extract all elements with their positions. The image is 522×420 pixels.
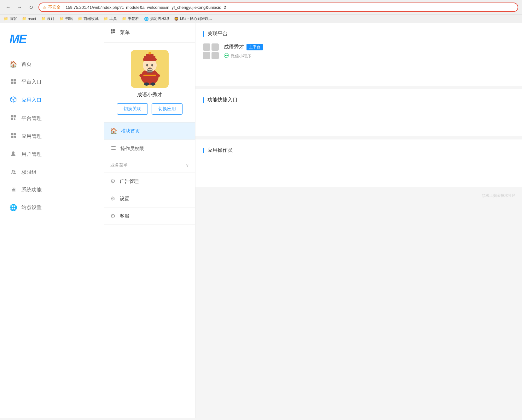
svg-rect-20 bbox=[111, 33, 113, 34]
operators-title: 应用操作员 bbox=[203, 147, 514, 154]
sidebar-item-system[interactable]: 🖥 系统功能 bbox=[0, 181, 104, 199]
menu-item-module-home[interactable]: 🏠 模块首页 bbox=[104, 122, 195, 140]
folder-icon: 📁 bbox=[22, 17, 26, 21]
svg-point-13 bbox=[12, 151, 14, 154]
svg-point-28 bbox=[146, 64, 148, 66]
folder-icon: 📁 bbox=[4, 17, 8, 21]
svg-point-31 bbox=[147, 70, 153, 73]
menu-items: 🏠 模块首页 操作员权限 业务菜单 ∨ bbox=[104, 122, 195, 225]
svg-rect-6 bbox=[11, 118, 13, 120]
svg-point-12 bbox=[14, 137, 15, 138]
bookmark-label: react bbox=[28, 17, 36, 21]
bookmark-前端收藏[interactable]: 📁 前端收藏 bbox=[78, 16, 99, 21]
bookmark-lks[interactable]: 🦁 LKs - 良心到难以... bbox=[174, 16, 212, 21]
menu-panel: 菜单 bbox=[104, 23, 195, 418]
platform-name: 成语秀才 bbox=[224, 44, 244, 50]
svg-rect-36 bbox=[143, 75, 156, 76]
separator: | bbox=[62, 4, 64, 10]
forward-button[interactable]: → bbox=[15, 3, 24, 12]
svg-rect-2 bbox=[11, 82, 13, 84]
cube-icon bbox=[9, 96, 17, 105]
svg-rect-19 bbox=[113, 31, 115, 33]
biz-item-label: 广告管理 bbox=[120, 179, 139, 184]
bookmark-react[interactable]: 📁 react bbox=[22, 17, 36, 21]
gear-icon: ⚙ bbox=[110, 213, 115, 219]
app-avatar-svg bbox=[131, 50, 169, 88]
bookmark-工具[interactable]: 📁 工具 bbox=[104, 16, 117, 21]
platform-info: 成语秀才 主平台 微信小程序 bbox=[224, 44, 263, 59]
svg-point-29 bbox=[151, 64, 153, 66]
switch-related-button[interactable]: 切换关联 bbox=[117, 103, 148, 115]
sidebar: ME 🏠 首页 平台入口 bbox=[0, 23, 104, 418]
folder-icon: 📁 bbox=[60, 17, 64, 21]
user-icon bbox=[9, 150, 17, 158]
weapp-label: 微信小程序 bbox=[231, 53, 251, 59]
app-card: 成语小秀才 切换关联 切换应用 bbox=[104, 43, 195, 122]
nav-buttons: ← → ↻ bbox=[4, 3, 35, 12]
folder-icon: 📁 bbox=[122, 17, 126, 21]
sidebar-item-platform-manage[interactable]: 平台管理 bbox=[0, 110, 104, 128]
menu-item-label: 操作员权限 bbox=[120, 146, 144, 152]
main-layout: ME 🏠 首页 平台入口 bbox=[0, 23, 522, 418]
biz-menu-header[interactable]: 业务菜单 ∨ bbox=[104, 158, 195, 173]
chevron-down-icon: ∨ bbox=[186, 163, 189, 167]
svg-rect-3 bbox=[14, 82, 16, 84]
biz-menu-item-customer-service[interactable]: ⚙ 客服 bbox=[104, 207, 195, 225]
sidebar-item-label: 用户管理 bbox=[21, 151, 42, 158]
svg-rect-4 bbox=[11, 115, 13, 117]
platform-icon-cell bbox=[212, 52, 219, 59]
svg-rect-5 bbox=[14, 115, 16, 117]
svg-rect-17 bbox=[113, 29, 115, 31]
biz-menu-item-ad[interactable]: ⚙ 广告管理 bbox=[104, 173, 195, 190]
reload-button[interactable]: ↻ bbox=[26, 3, 35, 12]
lock-icon: ⚠ bbox=[43, 5, 46, 9]
insecure-label: 不安全 bbox=[48, 4, 61, 10]
app-name: 成语小秀才 bbox=[137, 92, 162, 98]
bookmark-搞定去水印[interactable]: 🌐 搞定去水印 bbox=[144, 16, 169, 21]
menu-panel-header: 菜单 bbox=[104, 23, 195, 43]
home-icon: 🏠 bbox=[9, 60, 17, 68]
platform-icon-cell bbox=[203, 52, 210, 59]
bookmark-label: 博客 bbox=[9, 16, 17, 21]
switch-app-button[interactable]: 切换应用 bbox=[152, 103, 183, 115]
bookmark-设计[interactable]: 📁 设计 bbox=[41, 16, 55, 21]
biz-item-label: 客服 bbox=[120, 213, 129, 219]
sidebar-item-app-manage[interactable]: 应用管理 bbox=[0, 128, 104, 145]
bookmark-书籍[interactable]: 📁 书籍 bbox=[60, 16, 73, 21]
permission-icon bbox=[9, 168, 17, 176]
sidebar-item-home[interactable]: 🏠 首页 bbox=[0, 55, 104, 73]
sidebar-item-label: 平台入口 bbox=[21, 79, 42, 85]
svg-rect-10 bbox=[11, 136, 13, 138]
sidebar-item-label: 应用入口 bbox=[21, 97, 42, 104]
bookmark-label: 前端收藏 bbox=[84, 16, 99, 21]
app-manage-icon bbox=[9, 133, 17, 140]
bookmark-博客[interactable]: 📁 博客 bbox=[4, 16, 17, 21]
related-platform-title: 关联平台 bbox=[203, 31, 514, 37]
sidebar-item-label: 系统功能 bbox=[21, 187, 42, 193]
svg-rect-16 bbox=[111, 29, 113, 31]
sidebar-item-site-settings[interactable]: 🌐 站点设置 bbox=[0, 199, 104, 216]
sidebar-item-label: 首页 bbox=[21, 61, 32, 68]
address-bar[interactable]: ⚠ 不安全 | 159.75.201.41/web/index.php?c=mo… bbox=[38, 3, 518, 12]
sidebar-item-app-entry[interactable]: 应用入口 bbox=[0, 91, 104, 110]
menu-item-operator-perm[interactable]: 操作员权限 bbox=[104, 140, 195, 158]
sidebar-item-user-manage[interactable]: 用户管理 bbox=[0, 145, 104, 163]
related-platform-card: 关联平台 成语秀才 主平台 bbox=[195, 23, 522, 86]
platform-icon-cell bbox=[212, 43, 219, 51]
sidebar-item-platform-entry[interactable]: 平台入口 bbox=[0, 73, 104, 91]
quick-access-card: 功能快捷入口 bbox=[195, 89, 522, 136]
quick-access-title: 功能快捷入口 bbox=[203, 97, 514, 103]
folder-icon: 📁 bbox=[104, 17, 108, 21]
bookmark-书签栏[interactable]: 📁 书签栏 bbox=[122, 16, 139, 21]
content-area: 菜单 bbox=[104, 23, 522, 418]
bookmark-label: 搞定去水印 bbox=[150, 16, 169, 21]
svg-point-14 bbox=[12, 170, 14, 172]
back-button[interactable]: ← bbox=[4, 3, 13, 12]
platform-icons bbox=[203, 43, 219, 59]
address-text[interactable]: 159.75.201.41/web/index.php?c=module&a=w… bbox=[66, 5, 514, 10]
svg-rect-0 bbox=[11, 79, 13, 81]
sidebar-item-permission-group[interactable]: 权限组 bbox=[0, 163, 104, 181]
svg-rect-37 bbox=[111, 146, 116, 147]
lks-icon: 🦁 bbox=[174, 17, 179, 21]
biz-menu-item-settings[interactable]: ⚙ 设置 bbox=[104, 190, 195, 207]
